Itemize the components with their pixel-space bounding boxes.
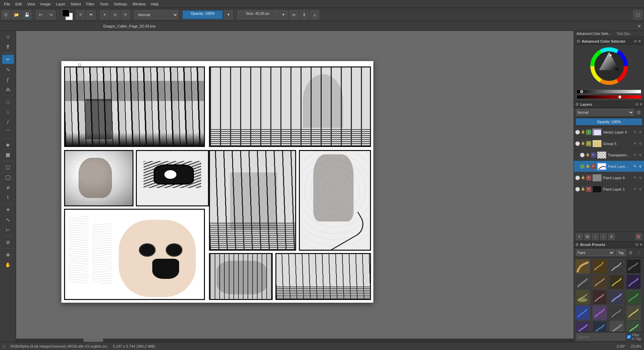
menu-file[interactable]: File: [1, 1, 13, 7]
save-button[interactable]: 💾: [22, 10, 32, 19]
layer-lock-group5[interactable]: 🔒: [581, 141, 585, 146]
brush-preset-6[interactable]: [592, 274, 607, 289]
menu-select[interactable]: Select: [68, 1, 84, 7]
brush-flip-v[interactable]: ⇕: [300, 10, 309, 19]
ellipse-tool[interactable]: ○: [2, 107, 14, 117]
brush-preset-18[interactable]: [592, 321, 607, 332]
layer-visibility-paint6[interactable]: [575, 176, 580, 180]
select-lasso-tool[interactable]: ⌀: [2, 183, 14, 192]
status-icon[interactable]: □: [3, 344, 5, 349]
lightness-bar[interactable]: [577, 90, 641, 94]
brush-preset-10[interactable]: [592, 290, 607, 305]
move-down-button[interactable]: ↓: [592, 233, 599, 240]
layer-edit-grp5[interactable]: ✎: [633, 141, 637, 146]
layer-visibility-transparent[interactable]: [580, 153, 585, 157]
layer-row-paintactive[interactable]: 🔒 P Paint Laye... ✎ α: [574, 161, 644, 172]
reset-colors-button[interactable]: ↺: [76, 10, 85, 19]
brush-close-icon[interactable]: ✕: [639, 242, 643, 247]
menu-help[interactable]: Help: [148, 1, 161, 7]
select-freehand-tool[interactable]: ⌇: [2, 193, 14, 202]
brush-settings-icon[interactable]: ⚙: [575, 242, 579, 247]
brush-flip-h[interactable]: ⇔: [289, 10, 299, 19]
brush-preset-4[interactable]: [626, 259, 641, 274]
menu-settings[interactable]: Settings: [111, 1, 130, 7]
eraser-button[interactable]: ✕: [100, 10, 109, 19]
redo-button[interactable]: ↪: [46, 10, 56, 19]
brush-float-icon[interactable]: ⧉: [636, 243, 638, 247]
colorpicker-tool[interactable]: ⊘: [2, 238, 14, 247]
layer-lock-transparent[interactable]: 🔒: [586, 153, 590, 157]
layer-lock-paint1[interactable]: 🔒: [581, 187, 585, 192]
menu-tools[interactable]: Tools: [97, 1, 111, 7]
tool-options-tab[interactable]: Tool Opt...: [614, 31, 635, 37]
brush-preset-15[interactable]: [609, 305, 624, 320]
brush-align[interactable]: ⊥: [310, 10, 319, 19]
layer-row-paint6[interactable]: 🔒 P Paint Layer 6 ✎ α: [574, 172, 644, 184]
layer-alpha-vec4[interactable]: α: [638, 130, 643, 135]
layer-edit-paint1[interactable]: ✎: [633, 187, 637, 192]
close-tab-icon[interactable]: ✕: [637, 23, 641, 29]
move-up-button[interactable]: ↑: [600, 233, 607, 240]
layer-lock-vector4[interactable]: 🔒: [581, 130, 585, 135]
foreground-color[interactable]: [62, 9, 69, 17]
menu-filter[interactable]: Filter: [84, 1, 97, 7]
brush-preset-11[interactable]: [609, 290, 624, 305]
layer-lock-paint6[interactable]: 🔒: [581, 176, 585, 180]
measure-tool[interactable]: ⊢: [2, 225, 14, 235]
layer-edit-paintactive[interactable]: ✎: [633, 164, 637, 169]
layers-settings-icon[interactable]: ⚙: [575, 102, 579, 107]
zoom-tool[interactable]: ⊕: [2, 250, 14, 259]
layers-close-icon[interactable]: ✕: [639, 102, 643, 107]
layer-row-paint1[interactable]: 🔒 P Paint Layer 1 ✎ α: [574, 184, 644, 195]
pan-tool[interactable]: ✋: [2, 260, 14, 269]
layer-visibility-vector4[interactable]: [575, 130, 580, 135]
fill-tool[interactable]: ◈: [2, 140, 14, 149]
bezier-tool[interactable]: ⌒: [2, 128, 14, 137]
brush-preset-9[interactable]: [575, 290, 590, 305]
brush-preset-20[interactable]: [626, 321, 641, 332]
menu-view[interactable]: View: [24, 1, 38, 7]
freehand-path-tool[interactable]: ∿: [2, 65, 14, 74]
brush-preset-12[interactable]: [626, 290, 641, 305]
layers-filter-icon[interactable]: ⊟: [635, 110, 642, 115]
layer-row-transparent[interactable]: 🔒 F Transparen... ✎ α: [574, 149, 644, 161]
layers-opacity-display[interactable]: Opacity: 100%: [576, 118, 642, 125]
new-button[interactable]: 🗋: [1, 10, 11, 19]
select-ellipse-tool[interactable]: ◯: [2, 172, 14, 182]
brush-search-input[interactable]: [576, 333, 626, 341]
blend-mode-select[interactable]: Normal: [135, 10, 178, 19]
filter-in-tag-label[interactable]: Filter in Tag: [627, 333, 642, 341]
open-button[interactable]: 📂: [12, 10, 21, 19]
layer-row-vector4[interactable]: 🔒 V Vector Layer 4 ✎ α: [574, 127, 644, 138]
layer-edit-vec4[interactable]: ✎: [633, 130, 637, 135]
layers-blend-select[interactable]: Normal: [576, 109, 634, 116]
brush-type-select[interactable]: Paint: [576, 249, 614, 256]
text-tool[interactable]: T: [2, 42, 14, 52]
line-tool[interactable]: /: [2, 117, 14, 127]
menu-image[interactable]: Image: [38, 1, 53, 7]
alpha-lock-button[interactable]: ◎: [110, 10, 120, 19]
brush-preset-8[interactable]: [626, 274, 641, 289]
layer-options-button[interactable]: ≡: [608, 233, 615, 240]
layer-alpha-grp5[interactable]: α: [638, 141, 643, 146]
brush-preset-2[interactable]: [592, 259, 607, 274]
brush-preset-16[interactable]: [626, 305, 641, 320]
layer-visibility-paint1[interactable]: [575, 187, 580, 192]
layer-edit-paint6[interactable]: ✎: [633, 176, 637, 180]
float-icon[interactable]: ⧉: [634, 39, 637, 43]
menu-edit[interactable]: Edit: [13, 1, 24, 7]
settings-icon[interactable]: ⚙: [577, 39, 580, 44]
delete-layer-button[interactable]: 🗑: [635, 233, 642, 240]
color-tab[interactable]: Advanced Color Sele...: [574, 31, 614, 37]
brush-preset-13[interactable]: [575, 305, 590, 320]
shape-tool[interactable]: □: [2, 97, 14, 107]
layers-float-icon[interactable]: ⧉: [636, 102, 638, 106]
size-down[interactable]: ▼: [279, 10, 288, 19]
brush-preset-3[interactable]: [609, 259, 624, 274]
select-rect-tool[interactable]: ▢: [2, 162, 14, 172]
menu-window[interactable]: Window: [130, 1, 148, 7]
layer-visibility-paintactive[interactable]: [580, 164, 585, 169]
brush-preset-7[interactable]: [609, 274, 624, 289]
opacity-down[interactable]: ▼: [224, 10, 233, 19]
add-layer-button[interactable]: +: [576, 233, 583, 240]
